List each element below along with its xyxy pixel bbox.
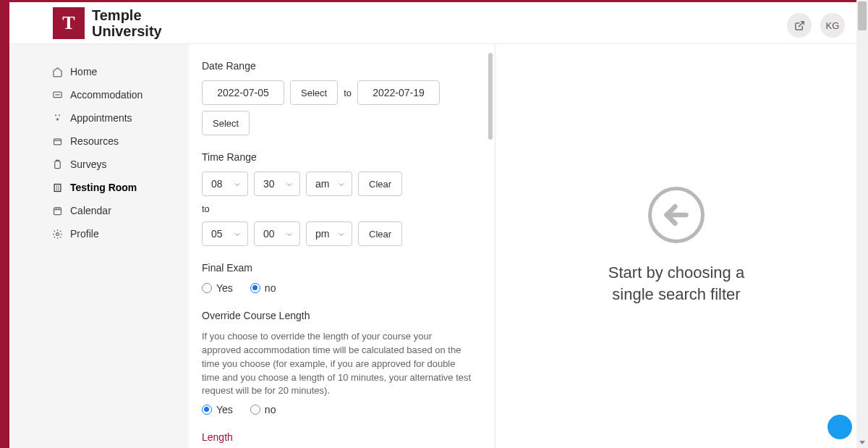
sidebar-item-home[interactable]: Home xyxy=(51,60,189,83)
results-placeholder-panel: Start by choosing a single search filter xyxy=(496,44,856,448)
sidebar-item-label: Profile xyxy=(70,228,99,240)
radio-icon xyxy=(202,405,212,415)
sidebar-item-testing-room[interactable]: Testing Room xyxy=(51,176,189,199)
folder-icon xyxy=(51,135,63,147)
override-yes-radio[interactable]: Yes xyxy=(202,404,233,415)
final-exam-label: Final Exam xyxy=(202,262,472,274)
svg-rect-1 xyxy=(54,138,61,144)
app-header: T Temple University KG xyxy=(9,2,856,44)
time-end-hour-value: 05 xyxy=(211,228,223,240)
appointments-icon xyxy=(51,112,63,124)
page-scrollbar-thumb[interactable] xyxy=(858,1,867,30)
time-start-row: 08 30 am Clear xyxy=(202,172,472,196)
sidebar-item-label: Accommodation xyxy=(70,89,142,101)
radio-label: Yes xyxy=(216,282,233,294)
panel-scrollbar[interactable] xyxy=(487,53,494,439)
override-no-radio[interactable]: no xyxy=(250,404,276,415)
override-section: Override Course Length If you choose to … xyxy=(202,310,472,415)
length-label: Length xyxy=(202,431,472,443)
radio-label: no xyxy=(265,282,276,294)
main-area: Home Accommodation Appointments Resource… xyxy=(9,44,856,448)
time-start-min-select[interactable]: 30 xyxy=(254,172,300,196)
sidebar-item-calendar[interactable]: Calendar xyxy=(51,199,189,222)
time-start-clear-button[interactable]: Clear xyxy=(358,172,402,196)
chevron-down-icon xyxy=(285,179,294,188)
final-exam-no-radio[interactable]: no xyxy=(250,282,276,294)
time-end-clear-button[interactable]: Clear xyxy=(358,221,402,246)
final-exam-radios: Yes no xyxy=(202,282,472,294)
time-end-ampm-select[interactable]: pm xyxy=(306,221,352,246)
time-range-section: Time Range 08 30 am Clear xyxy=(202,151,472,246)
panel-scrollbar-thumb[interactable] xyxy=(488,53,493,140)
radio-icon xyxy=(250,283,260,293)
user-avatar-button[interactable]: KG xyxy=(820,13,845,38)
time-end-hour-select[interactable]: 05 xyxy=(202,221,248,246)
date-start-input[interactable]: 2022-07-05 xyxy=(202,80,284,105)
brand-line1: Temple xyxy=(92,7,162,23)
university-logo-mark: T xyxy=(53,7,85,39)
override-label: Override Course Length xyxy=(202,310,472,321)
date-range-section: Date Range 2022-07-05 Select to 2022-07-… xyxy=(202,60,472,135)
building-icon xyxy=(51,182,63,193)
chevron-down-icon xyxy=(337,179,346,188)
radio-icon xyxy=(202,283,212,293)
header-actions: KG xyxy=(787,13,845,38)
chevron-down-icon xyxy=(233,229,242,238)
brand-line2: University xyxy=(92,23,162,39)
scroll-down-arrow-icon[interactable] xyxy=(856,436,868,448)
length-section: Length 30 xyxy=(202,431,472,448)
filter-scroll: Date Range 2022-07-05 Select to 2022-07-… xyxy=(189,44,485,448)
time-end-row: 05 00 pm Clear xyxy=(202,221,472,246)
override-help-text: If you choose to override the length of … xyxy=(202,330,472,398)
time-start-ampm-value: am xyxy=(315,178,329,190)
sidebar-item-label: Resources xyxy=(70,135,119,147)
radio-label: no xyxy=(265,404,276,415)
chat-widget-button[interactable] xyxy=(827,415,852,439)
placeholder-line2: single search filter xyxy=(612,285,740,303)
time-start-hour-select[interactable]: 08 xyxy=(202,172,248,196)
svg-rect-4 xyxy=(54,208,61,214)
sidebar-item-appointments[interactable]: Appointments xyxy=(51,106,189,130)
placeholder-text: Start by choosing a single search filter xyxy=(608,262,744,305)
time-end-ampm-value: pm xyxy=(315,228,329,240)
sidebar-item-resources[interactable]: Resources xyxy=(51,130,189,153)
external-link-icon xyxy=(794,20,805,31)
sidebar-item-label: Appointments xyxy=(70,112,132,124)
page-scrollbar[interactable] xyxy=(856,0,868,448)
final-exam-section: Final Exam Yes no xyxy=(202,262,472,294)
sidebar-item-surveys[interactable]: Surveys xyxy=(51,153,189,176)
date-end-input[interactable]: 2022-07-19 xyxy=(357,80,440,105)
sidebar-item-profile[interactable]: Profile xyxy=(51,222,189,245)
logo-letter: T xyxy=(62,12,75,34)
sidebar-item-accommodation[interactable]: Accommodation xyxy=(51,83,189,106)
chevron-down-icon xyxy=(233,179,242,188)
date-start-select-button[interactable]: Select xyxy=(290,80,338,105)
svg-rect-2 xyxy=(54,161,60,168)
override-radios: Yes no xyxy=(202,404,472,415)
time-range-label: Time Range xyxy=(202,151,472,163)
date-range-row: 2022-07-05 Select to 2022-07-19 Select xyxy=(202,80,472,135)
filter-panel: Date Range 2022-07-05 Select to 2022-07-… xyxy=(189,44,494,448)
clipboard-icon xyxy=(51,159,63,170)
external-link-button[interactable] xyxy=(787,13,812,38)
chevron-down-icon xyxy=(337,229,346,238)
home-icon xyxy=(51,66,63,77)
gear-icon xyxy=(51,228,63,240)
user-initials: KG xyxy=(826,20,840,31)
date-end-select-button[interactable]: Select xyxy=(202,111,250,135)
final-exam-yes-radio[interactable]: Yes xyxy=(202,282,233,294)
sidebar-item-label: Calendar xyxy=(70,205,111,216)
placeholder-line1: Start by choosing a xyxy=(608,263,744,282)
time-start-ampm-select[interactable]: am xyxy=(306,172,352,196)
svg-marker-7 xyxy=(859,441,865,444)
date-range-label: Date Range xyxy=(202,60,472,72)
arrow-left-circle-icon xyxy=(648,187,705,243)
time-end-min-value: 00 xyxy=(263,228,275,240)
radio-icon xyxy=(250,405,260,415)
brand-accent-bar xyxy=(0,0,9,448)
radio-label: Yes xyxy=(216,404,233,415)
time-start-hour-value: 08 xyxy=(211,178,223,190)
chat-icon xyxy=(51,89,63,101)
time-end-min-select[interactable]: 00 xyxy=(254,221,300,246)
university-logo-text: Temple University xyxy=(92,7,162,39)
